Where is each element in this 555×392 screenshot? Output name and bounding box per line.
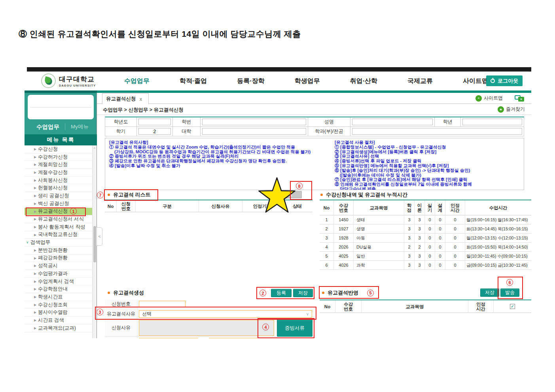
sidebar-item-closed-class[interactable]: ▶폐강강좌현황 [25, 254, 92, 262]
sitemap-label: 사이트맵 [484, 95, 503, 102]
name-label: 성명 [308, 117, 351, 127]
bullet-icon [108, 292, 110, 294]
arrow-right-icon: ▶ [34, 295, 36, 299]
college-label: 대학 [173, 127, 201, 136]
tab-absence-request[interactable]: 유고결석신청 x [102, 93, 149, 104]
nav-item-course-work[interactable]: 수업업무 [124, 77, 150, 85]
annotation-circle-7: 7 [97, 192, 104, 198]
arrow-right-icon: ▶ [34, 217, 36, 221]
sidebar-item-season-sugang[interactable]: ▶계절수강신청 [25, 169, 92, 177]
name-input[interactable] [352, 119, 433, 125]
sidebar-group-search[interactable]: ∨검색업무 [25, 239, 92, 247]
sidebar-tab-course-work[interactable]: 수업업무 [36, 123, 59, 131]
absence-reason-select[interactable]: 선택 ∨ [139, 310, 312, 318]
close-window-icon[interactable]: x [515, 95, 524, 102]
select-all-checkbox[interactable]: ✓ [510, 304, 515, 309]
annotation-circle-4: 4 [262, 324, 269, 330]
semester-input[interactable] [138, 128, 171, 135]
sidebar-item-class-status[interactable]: ▶분반강좌현황 [25, 247, 92, 254]
sitemap-shortcut[interactable]: ≡ 사이트맵 [475, 95, 503, 102]
major-label: 학과(부)/전공 [308, 127, 351, 136]
bullet-icon [322, 292, 324, 294]
nav-item-sitemap[interactable]: 사이트맵 [463, 77, 488, 85]
sidebar-item-absence-request[interactable]: ▶ 유고결석신청 1 [25, 208, 92, 216]
arrow-right-icon: ▶ [34, 179, 36, 182]
sidebar-item-season-hope[interactable]: ▶계절희망신청 [25, 161, 92, 169]
main-nav: 수업업무 학적·졸업 등록·장학 학생업무 취업·산학 국제교류 사이트맵 [120, 72, 492, 90]
sidebar-item-class-eval[interactable]: ▶수업평가결과 [25, 270, 92, 278]
table-row: 2 1927 생명 3 3 0 0 0 화(13:30~14:45) 목(15:… [320, 224, 531, 234]
major-input[interactable] [352, 128, 522, 135]
arrow-right-icon: ▶ [34, 233, 36, 237]
student-no-label: 학번 [173, 117, 201, 127]
sitemap-icon: ≡ [475, 95, 482, 102]
year-input[interactable] [138, 119, 171, 125]
sidebar-item-absence-form[interactable]: ▶유고결석신청서 서식 [25, 215, 92, 223]
sidebar-tab-my-menu[interactable]: My메뉴 [71, 123, 89, 130]
sidebar-item-credit-exchange[interactable]: ▶국내학점교류신청 [25, 231, 92, 239]
scroll-up-icon[interactable]: ^ [93, 145, 97, 151]
student-no-input[interactable] [202, 119, 306, 125]
table-row: 5 4025 일반 3 3 0 0 0 월(10:30~11:45) 수(09:… [320, 252, 531, 261]
nav-item-international[interactable]: 국제교류 [407, 77, 433, 85]
sidebar-item-social-service[interactable]: ▶사회봉사신청 [25, 177, 92, 185]
sidebar-item-timetable-search[interactable]: ▶시간표 검색 [25, 317, 92, 324]
logout-label: 로그아웃 [498, 77, 518, 85]
register-button[interactable]: 등록 [271, 289, 292, 297]
arrow-right-icon: ▶ [34, 249, 36, 252]
nav-item-student-affairs[interactable]: 학생업무 [295, 77, 320, 85]
star-icon: ★ [498, 106, 504, 113]
sidebar-item-credit-guide[interactable]: ▶수강학점안내 [25, 285, 92, 293]
sidebar-item-course-overview[interactable]: ▶교과목개요(교과) [25, 324, 92, 332]
bullet-icon [320, 194, 323, 196]
tab-label: 유고결석신청 [106, 96, 136, 102]
close-icon[interactable]: x [140, 96, 142, 102]
sidebar-item-vaccine-absence[interactable]: ▶백신 공결신청 [25, 200, 92, 208]
sidebar-item-grade-post[interactable]: ▶성적공시 [25, 262, 92, 270]
nav-item-employment[interactable]: 취업·산학 [350, 77, 377, 85]
semester-label: 학기 [105, 127, 137, 136]
sidebar-menu: ▶수강신청 ▶수강허가신청 ▶계절희망신청 ▶계절수강신청 ▶사회봉사신청 ▶헌… [25, 145, 92, 338]
university-name: 대구대학교 [59, 75, 96, 84]
arrow-right-icon: ▶ [34, 163, 36, 166]
save-button-apply[interactable]: 저장 [480, 288, 499, 297]
sidebar-scrollbar[interactable]: ^ [92, 145, 97, 338]
sidebar-item-service-plan[interactable]: ▶봉사 활동계획서 작성 [25, 223, 92, 231]
sidebar-collapse-handle[interactable]: < [97, 227, 102, 246]
scrollbar-thumb[interactable] [93, 226, 96, 262]
absence-list-title: 유고결석 리스트 [108, 190, 151, 199]
sidebar-tabs: 수업업무 My메뉴 [25, 119, 97, 134]
sidebar-item-sugang[interactable]: ▶수강신청 [25, 145, 92, 153]
evidence-button[interactable]: 증빙서류 [277, 319, 313, 337]
save-button-create[interactable]: 저장 [293, 289, 313, 297]
arrow-right-icon: ▶ [34, 194, 36, 198]
send-button[interactable]: 발송 [500, 288, 519, 297]
request-no-input[interactable] [139, 301, 186, 307]
notice-left: [유고결석 유의사항] ① 유고결석 적용은 대면수업 및 실시간 Zoom 수… [109, 140, 333, 168]
college-input[interactable] [202, 128, 306, 135]
sidebar-item-menstrual-absence[interactable]: ▶생리 공결신청 [25, 192, 92, 200]
nav-item-records-graduation[interactable]: 학적·졸업 [180, 77, 207, 85]
period-end-input[interactable] [209, 338, 268, 338]
period-start-input[interactable] [139, 338, 198, 338]
sidebar-item-service-view[interactable]: ▶봉사이수열람 [25, 309, 92, 317]
sidebar-user-box [28, 95, 94, 119]
grade-input[interactable] [462, 119, 522, 125]
favorite-button[interactable]: ★ 즐겨찾기 [498, 106, 525, 113]
menu-list-header: 메뉴 목록 [25, 134, 97, 145]
sidebar-item-blood-service[interactable]: ▶헌혈봉사신청 [25, 184, 92, 192]
arrow-right-icon: ▶ [34, 155, 36, 159]
print-button[interactable]: 인쇄 [274, 191, 302, 198]
logout-button[interactable]: 로그아웃 [486, 75, 523, 86]
course-table-title: 수강신청내역 및 유고결석 누적시간 [320, 190, 407, 199]
chevron-down-icon: ∨ [26, 240, 29, 244]
request-reason-textarea[interactable] [139, 320, 274, 336]
year-label: 학년도 [105, 117, 137, 127]
sidebar-item-sugang-permit[interactable]: ▶수강허가신청 [25, 153, 92, 161]
table-row: 3 1928 아동 3 3 0 0 0 월(12:00~13:15) 수(12:… [320, 234, 531, 243]
sidebar-item-timetable[interactable]: ▶학생시간표 [25, 293, 92, 301]
nav-item-registration-scholarship[interactable]: 등록·장학 [237, 77, 264, 85]
sidebar-item-syllabus-search[interactable]: ▶수업계획서 검색 [25, 278, 92, 286]
arrow-right-icon: ▶ [34, 186, 36, 190]
sidebar-item-sugang-lookup[interactable]: ▶수강신청조회 [25, 301, 92, 309]
